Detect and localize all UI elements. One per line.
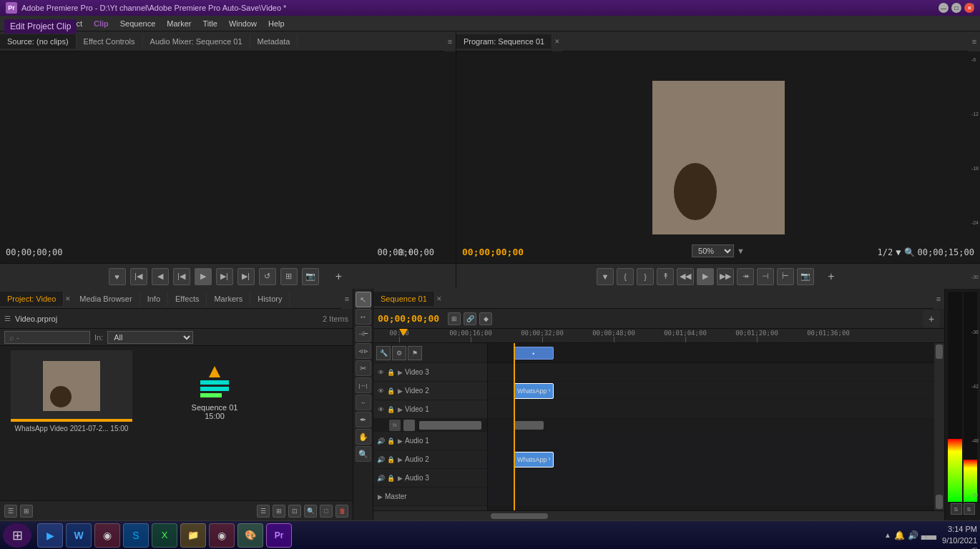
tab-markers[interactable]: Markers: [207, 292, 250, 306]
track-a1-lock[interactable]: 🔒: [386, 437, 395, 445]
list-view-btn[interactable]: ☰: [257, 505, 270, 518]
menu-help[interactable]: Help: [263, 18, 290, 29]
meter-s1-button[interactable]: S: [951, 503, 962, 515]
timeline-track-v1-sub[interactable]: [488, 419, 934, 432]
taskbar-excel[interactable]: X: [152, 523, 177, 548]
timeline-panel-menu[interactable]: ≡: [933, 289, 944, 309]
scrollbar-thumb-down[interactable]: [936, 495, 943, 509]
source-plus[interactable]: +: [330, 268, 348, 285]
tool-ripple-edit[interactable]: ⊣⊢: [356, 326, 371, 342]
prog-trim-fwd[interactable]: ⊢: [777, 268, 794, 285]
taskbar-word[interactable]: W: [66, 523, 92, 548]
media-item-video[interactable]: WhatsApp Video 2021-07-2... 15:00: [0, 346, 143, 500]
project-tab-close[interactable]: ✕: [64, 295, 72, 302]
prog-plus[interactable]: +: [823, 268, 840, 285]
timeline-tab-close[interactable]: ✕: [435, 295, 444, 302]
v1-sub-clip[interactable]: [514, 421, 544, 430]
prog-mark-out[interactable]: {: [617, 268, 634, 285]
playhead-marker[interactable]: [399, 329, 408, 337]
source-go-in[interactable]: |◀: [130, 268, 147, 285]
tab-metadata[interactable]: Metadata: [250, 34, 298, 49]
tab-media-browser[interactable]: Media Browser: [72, 292, 139, 306]
tab-audio-mixer[interactable]: Audio Mixer: Sequence 01: [143, 34, 250, 49]
prog-go-in[interactable]: }: [637, 268, 654, 285]
timeline-track-v1[interactable]: [488, 400, 934, 419]
timeline-horizontal-scrollbar[interactable]: [373, 510, 944, 520]
tool-hand[interactable]: ✋: [356, 429, 371, 445]
tray-up-arrow[interactable]: ▲: [884, 531, 891, 539]
track-v1-lock[interactable]: 🔒: [386, 405, 395, 414]
h-scrollbar-thumb[interactable]: [491, 513, 548, 519]
track-v3-eye[interactable]: 👁: [376, 368, 385, 377]
track-v2-eye[interactable]: 👁: [376, 387, 385, 395]
tool-slip[interactable]: |↔|: [356, 377, 371, 393]
timeline-track-v2[interactable]: WhatsApp Vi: [488, 382, 934, 400]
program-zoom-select[interactable]: 50% 10% 25% 75% 100% Fit: [692, 244, 734, 257]
taskbar-media-player[interactable]: ▶: [37, 523, 63, 548]
source-go-out[interactable]: ▶|: [237, 268, 255, 285]
taskbar-skype[interactable]: S: [123, 523, 149, 548]
timeline-track-master[interactable]: [488, 488, 934, 506]
clip-v2-whatsapp[interactable]: WhatsApp Vi: [514, 383, 554, 399]
track-a2-expand[interactable]: ▶: [396, 456, 403, 463]
track-a3-expand[interactable]: ▶: [396, 475, 403, 482]
taskbar-paint[interactable]: 🎨: [237, 523, 263, 548]
tab-info[interactable]: Info: [140, 292, 168, 306]
prog-camera[interactable]: 📷: [797, 268, 814, 285]
find-btn[interactable]: 🔍: [304, 505, 317, 518]
wrench-icon[interactable]: 🔧: [376, 346, 391, 360]
source-safe-margin[interactable]: ⊞: [280, 268, 298, 285]
timeline-track-a3[interactable]: [488, 469, 934, 488]
timeline-track-a2[interactable]: WhatsApp Vi: [488, 450, 934, 469]
program-tab-close[interactable]: ✕: [552, 31, 562, 51]
mini-clip-marker[interactable]: ▪: [514, 347, 554, 360]
tab-effects[interactable]: Effects: [168, 292, 207, 306]
track-a2-mute[interactable]: 🔊: [376, 455, 385, 464]
tool-slide[interactable]: ↔: [356, 395, 371, 410]
minimize-button[interactable]: —: [939, 3, 949, 13]
track-v2-lock[interactable]: 🔒: [386, 387, 395, 395]
new-bin-btn[interactable]: ☰: [4, 505, 17, 518]
tl-plus[interactable]: +: [923, 310, 940, 327]
prog-mark-in[interactable]: ▼: [597, 268, 614, 285]
new-sequence-btn[interactable]: □: [320, 505, 333, 518]
taskbar-premiere[interactable]: Pr: [266, 523, 292, 548]
track-v3-expand[interactable]: ▶: [396, 369, 403, 376]
prog-play[interactable]: ▶: [697, 268, 714, 285]
source-step-back[interactable]: ◀: [152, 268, 169, 285]
track-v3-lock[interactable]: 🔒: [386, 368, 395, 377]
menu-window[interactable]: Window: [223, 18, 263, 29]
tab-source[interactable]: Source: (no clips): [0, 34, 77, 49]
scrollbar-thumb-up[interactable]: [936, 345, 943, 359]
menu-marker[interactable]: Marker: [161, 18, 197, 29]
source-play[interactable]: ▶: [195, 268, 212, 285]
icon-view-btn[interactable]: ⊞: [273, 505, 285, 518]
tl-add-marker[interactable]: ◆: [479, 312, 492, 325]
tab-program[interactable]: Program: Sequence 01: [456, 34, 552, 49]
prog-step-back[interactable]: ◀◀: [677, 268, 694, 285]
tab-timeline[interactable]: Sequence 01: [373, 292, 435, 306]
sequence-item[interactable]: Sequence 01 15:00: [143, 346, 286, 500]
track-master-expand[interactable]: ▶: [376, 493, 383, 500]
track-v2-expand[interactable]: ▶: [396, 387, 403, 395]
track-a1-mute[interactable]: 🔊: [376, 437, 385, 445]
taskbar-explorer[interactable]: 📁: [180, 523, 206, 548]
track-v1-eye[interactable]: 👁: [376, 405, 385, 414]
source-loop[interactable]: ↺: [259, 268, 276, 285]
tool-pen[interactable]: ✒: [356, 412, 371, 427]
search-input[interactable]: [4, 331, 90, 344]
taskbar-chrome2[interactable]: ◉: [209, 523, 235, 548]
timeline-track-v3[interactable]: [488, 363, 934, 382]
source-step-right[interactable]: ▶|: [216, 268, 233, 285]
source-panel-menu[interactable]: ≡: [444, 31, 456, 51]
settings-icon[interactable]: ⚙: [392, 346, 406, 360]
tool-rate-stretch[interactable]: ⊲⊳: [356, 343, 371, 359]
tool-selection[interactable]: ↖: [356, 292, 371, 307]
tool-zoom[interactable]: 🔍: [356, 446, 371, 462]
tab-project[interactable]: Project: Video: [0, 292, 64, 306]
prog-trim-back[interactable]: ⊣: [757, 268, 774, 285]
tab-effect-controls[interactable]: Effect Controls: [77, 34, 143, 49]
new-item-btn[interactable]: ⊞: [20, 505, 33, 518]
prog-go-out[interactable]: ↠: [737, 268, 754, 285]
flag-icon[interactable]: ⚑: [408, 346, 422, 360]
